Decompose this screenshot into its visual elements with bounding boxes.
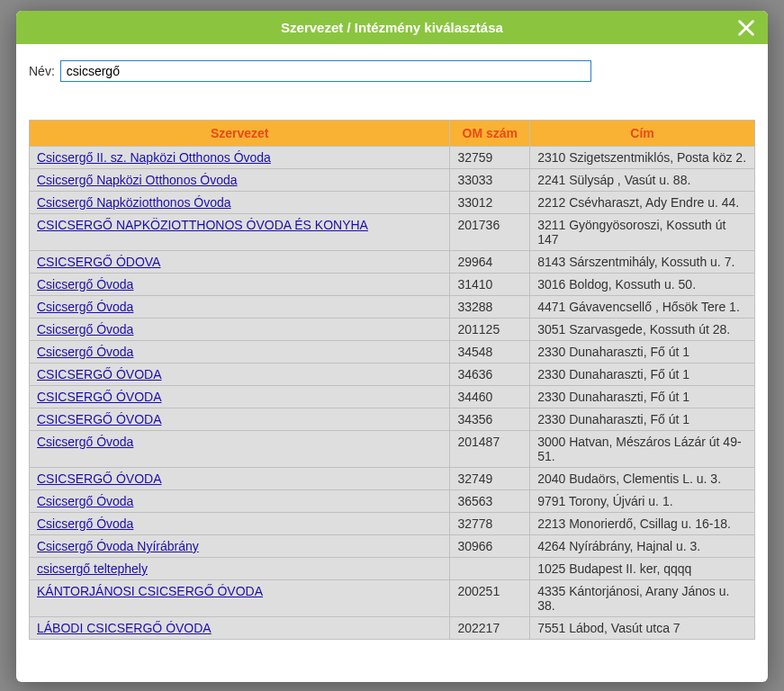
table-row: CSICSERGŐ ÓDOVA299648143 Sárszentmihály,… — [30, 251, 755, 274]
table-row: CSICSERGŐ ÓVODA327492040 Budaörs, Clemen… — [30, 468, 755, 490]
om-cell: 32759 — [450, 147, 530, 169]
table-row: Csicsergő Óvoda2011253051 Szarvasgede, K… — [30, 319, 755, 341]
addr-cell: 2212 Csévharaszt, Ady Endre u. 44. — [530, 192, 755, 214]
org-cell: LÁBODI CSICSERGŐ ÓVODA — [30, 617, 450, 640]
dialog-header: Szervezet / Intézmény kiválasztása — [16, 11, 768, 44]
addr-cell: 2330 Dunaharaszti, Fő út 1 — [530, 386, 755, 408]
org-link[interactable]: Csicsergő II. sz. Napközi Otthonos Óvoda — [37, 150, 271, 165]
org-link[interactable]: CSICSERGŐ ÓDOVA — [37, 255, 160, 269]
org-cell: KÁNTORJÁNOSI CSICSERGŐ ÓVODA — [30, 580, 450, 617]
addr-cell: 2040 Budaörs, Clementis L. u. 3. — [530, 468, 755, 490]
om-cell: 34636 — [450, 363, 530, 386]
om-cell: 202217 — [450, 617, 530, 640]
table-row: Csicsergő Óvoda Nyírábrány309664264 Nyír… — [30, 535, 755, 558]
org-link[interactable]: LÁBODI CSICSERGŐ ÓVODA — [37, 621, 212, 635]
org-link[interactable]: CSICSERGŐ ÓVODA — [37, 471, 161, 486]
dialog-body: Név: Szervezet OM szám Cím Csicsergő II.… — [16, 44, 768, 682]
org-cell: Csicsergő Óvoda — [30, 296, 450, 319]
om-cell: 200251 — [450, 580, 530, 617]
table-row: Csicsergő Óvoda2014873000 Hatvan, Mészár… — [30, 431, 755, 468]
table-header-row: Szervezet OM szám Cím — [30, 121, 755, 147]
addr-cell: 2241 Sülysáp , Vasút u. 88. — [530, 169, 755, 192]
org-cell: CSICSERGŐ ÓVODA — [30, 386, 450, 408]
om-cell: 31410 — [450, 274, 530, 296]
om-cell: 34356 — [450, 408, 530, 431]
table-row: Csicsergő Óvoda365639791 Torony, Újvári … — [30, 490, 755, 513]
om-cell: 34460 — [450, 386, 530, 408]
table-row: CSICSERGŐ ÓVODA346362330 Dunaharaszti, F… — [30, 363, 755, 386]
filter-label: Név: — [29, 64, 55, 78]
org-link[interactable]: Csicsergő Óvoda — [37, 345, 133, 359]
org-link[interactable]: CSICSERGŐ ÓVODA — [37, 390, 161, 404]
om-cell — [450, 558, 530, 580]
table-row: Csicsergő II. sz. Napközi Otthonos Óvoda… — [30, 147, 755, 169]
table-row: Csicsergő Óvoda327782213 Monorierdő, Csi… — [30, 513, 755, 535]
org-link[interactable]: Csicsergő Óvoda — [37, 516, 133, 531]
om-cell: 33033 — [450, 169, 530, 192]
table-row: Csicsergő Napköziotthonos Óvoda330122212… — [30, 192, 755, 214]
table-row: Csicsergő Óvoda345482330 Dunaharaszti, F… — [30, 341, 755, 363]
table-row: CSICSERGŐ ÓVODA344602330 Dunaharaszti, F… — [30, 386, 755, 408]
dialog-title: Szervezet / Intézmény kiválasztása — [281, 20, 503, 35]
table-row: CSICSERGŐ NAPKÖZIOTTHONOS ÓVODA ÉS KONYH… — [30, 214, 755, 251]
org-cell: csicsergő teltephely — [30, 558, 450, 580]
filter-input[interactable] — [60, 60, 591, 82]
om-cell: 201736 — [450, 214, 530, 251]
addr-cell: 8143 Sárszentmihály, Kossuth u. 7. — [530, 251, 755, 274]
org-cell: Csicsergő Óvoda — [30, 341, 450, 363]
org-select-dialog: Szervezet / Intézmény kiválasztása Név: … — [16, 11, 768, 682]
om-cell: 33012 — [450, 192, 530, 214]
org-cell: CSICSERGŐ NAPKÖZIOTTHONOS ÓVODA ÉS KONYH… — [30, 214, 450, 251]
org-cell: CSICSERGŐ ÓVODA — [30, 363, 450, 386]
org-cell: Csicsergő Óvoda — [30, 319, 450, 341]
org-link[interactable]: CSICSERGŐ ÓVODA — [37, 412, 161, 426]
org-link[interactable]: csicsergő teltephely — [37, 561, 148, 576]
addr-cell: 3000 Hatvan, Mészáros Lázár út 49-51. — [530, 431, 755, 468]
om-cell: 34548 — [450, 341, 530, 363]
org-cell: Csicsergő Óvoda Nyírábrány — [30, 535, 450, 558]
results-table: Szervezet OM szám Cím Csicsergő II. sz. … — [29, 120, 755, 640]
table-row: csicsergő teltephely1025 Budapest II. ke… — [30, 558, 755, 580]
addr-cell: 2330 Dunaharaszti, Fő út 1 — [530, 363, 755, 386]
om-cell: 201487 — [450, 431, 530, 468]
addr-cell: 3211 Gyöngyösoroszi, Kossuth út 147 — [530, 214, 755, 251]
addr-cell: 2330 Dunaharaszti, Fő út 1 — [530, 408, 755, 431]
org-link[interactable]: KÁNTORJÁNOSI CSICSERGŐ ÓVODA — [37, 584, 263, 598]
om-cell: 36563 — [450, 490, 530, 513]
org-cell: Csicsergő Óvoda — [30, 431, 450, 468]
org-link[interactable]: Csicsergő Napköziotthonos Óvoda — [37, 195, 231, 210]
org-link[interactable]: Csicsergő Óvoda — [37, 322, 133, 337]
org-link[interactable]: CSICSERGŐ NAPKÖZIOTTHONOS ÓVODA ÉS KONYH… — [37, 218, 368, 232]
table-row: LÁBODI CSICSERGŐ ÓVODA2022177551 Lábod, … — [30, 617, 755, 640]
org-cell: CSICSERGŐ ÓVODA — [30, 408, 450, 431]
org-cell: Csicsergő Óvoda — [30, 274, 450, 296]
org-cell: Csicsergő Napközi Otthonos Óvoda — [30, 169, 450, 192]
addr-cell: 4264 Nyírábrány, Hajnal u. 3. — [530, 535, 755, 558]
addr-cell: 4471 Gávavencsellő , Hősök Tere 1. — [530, 296, 755, 319]
close-button[interactable] — [734, 15, 759, 40]
org-cell: Csicsergő Óvoda — [30, 513, 450, 535]
org-link[interactable]: Csicsergő Óvoda — [37, 277, 133, 292]
close-icon — [736, 18, 756, 38]
addr-cell: 9791 Torony, Újvári u. 1. — [530, 490, 755, 513]
org-link[interactable]: Csicsergő Óvoda — [37, 435, 133, 449]
org-cell: Csicsergő Óvoda — [30, 490, 450, 513]
om-cell: 33288 — [450, 296, 530, 319]
org-link[interactable]: Csicsergő Óvoda — [37, 494, 133, 508]
table-row: Csicsergő Óvoda314103016 Boldog, Kossuth… — [30, 274, 755, 296]
om-cell: 32749 — [450, 468, 530, 490]
addr-cell: 7551 Lábod, Vasút utca 7 — [530, 617, 755, 640]
om-cell: 29964 — [450, 251, 530, 274]
filter-row: Név: — [29, 60, 755, 82]
addr-cell: 3051 Szarvasgede, Kossuth út 28. — [530, 319, 755, 341]
org-cell: Csicsergő II. sz. Napközi Otthonos Óvoda — [30, 147, 450, 169]
org-cell: CSICSERGŐ ÓVODA — [30, 468, 450, 490]
org-cell: Csicsergő Napköziotthonos Óvoda — [30, 192, 450, 214]
addr-cell: 3016 Boldog, Kossuth u. 50. — [530, 274, 755, 296]
org-link[interactable]: CSICSERGŐ ÓVODA — [37, 367, 161, 381]
org-link[interactable]: Csicsergő Óvoda — [37, 300, 133, 314]
org-link[interactable]: Csicsergő Óvoda Nyírábrány — [37, 539, 199, 553]
org-cell: CSICSERGŐ ÓDOVA — [30, 251, 450, 274]
addr-cell: 4335 Kántorjánosi, Arany János u. 38. — [530, 580, 755, 617]
org-link[interactable]: Csicsergő Napközi Otthonos Óvoda — [37, 173, 238, 187]
